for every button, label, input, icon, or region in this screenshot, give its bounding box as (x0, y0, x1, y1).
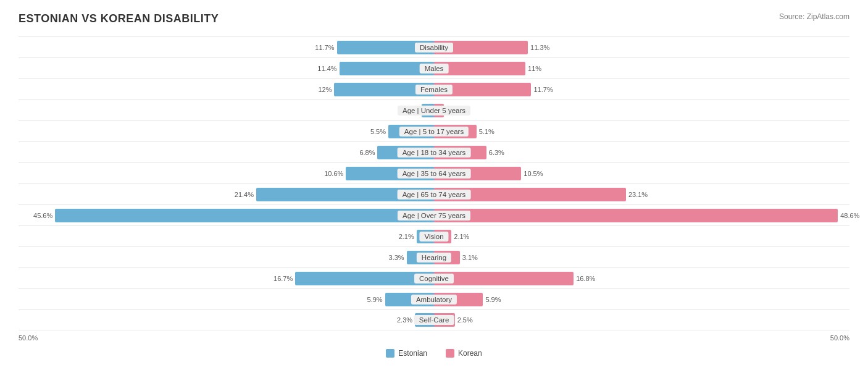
row-label: Females (415, 85, 453, 94)
left-bar-container: 6.8% (19, 142, 434, 162)
right-value: 2.1% (454, 233, 469, 240)
right-value: 5.9% (485, 296, 501, 303)
row-label: Cognitive (414, 274, 454, 284)
chart-row-wrapper: 10.6%10.5%Age | 35 to 64 years (19, 162, 849, 183)
left-bar-container: 3.3% (19, 247, 434, 267)
left-value: 21.4% (235, 191, 254, 198)
left-bar-container: 5.5% (19, 121, 434, 141)
row-label: Males (420, 64, 449, 74)
axis-row: 50.0% 50.0% (19, 334, 849, 342)
left-value: 10.6% (324, 170, 343, 177)
right-value: 2.5% (457, 316, 473, 324)
row-label: Age | Under 5 years (398, 106, 470, 116)
row-label: Self-Care (414, 315, 454, 325)
right-value: 10.5% (524, 170, 543, 177)
left-value: 11.7% (315, 44, 334, 51)
page-title: ESTONIAN VS KOREAN DISABILITY (19, 12, 219, 25)
row-label: Ambulatory (411, 295, 457, 304)
right-bar-container: 11% (434, 58, 849, 78)
right-value: 48.6% (840, 212, 859, 219)
right-value: 16.8% (576, 275, 595, 282)
korean-bar (434, 272, 574, 285)
left-bar-container: 11.4% (19, 58, 434, 78)
right-value: 3.1% (462, 254, 478, 261)
chart-row-wrapper: 21.4%23.1%Age | 65 to 74 years (19, 183, 849, 204)
left-value: 3.3% (389, 254, 404, 261)
chart-row-wrapper: 1.5%1.2%Age | Under 5 years (19, 99, 849, 120)
row-label: Vision (419, 232, 448, 242)
right-bar-container: 23.1% (434, 184, 849, 204)
row-label: Disability (415, 43, 453, 52)
right-bar-container: 11.3% (434, 37, 849, 57)
estonian-bar (55, 209, 434, 222)
legend-korean: Korean (446, 349, 482, 358)
right-bar-container: 6.3% (434, 142, 849, 162)
right-bar-container: 5.1% (434, 121, 849, 141)
axis-left: 50.0% (19, 334, 38, 342)
left-bar-container: 5.9% (19, 289, 434, 309)
right-value: 5.1% (479, 128, 495, 135)
left-value: 5.9% (367, 296, 383, 303)
estonian-label: Estonian (398, 349, 427, 358)
row-label: Age | 35 to 64 years (398, 169, 471, 178)
chart-row-wrapper: 11.4%11%Males (19, 57, 849, 78)
left-bar-container: 10.6% (19, 163, 434, 183)
left-value: 16.7% (273, 275, 293, 282)
chart-row-wrapper: 6.8%6.3%Age | 18 to 34 years (19, 141, 849, 162)
chart-row-wrapper: 2.3%2.5%Self-Care (19, 309, 849, 330)
right-bar-container: 48.6% (434, 205, 849, 225)
left-bar-container: 21.4% (19, 184, 434, 204)
right-bar-container: 10.5% (434, 163, 849, 183)
estonian-bar (295, 272, 434, 285)
chart-row-wrapper: 5.9%5.9%Ambulatory (19, 288, 849, 309)
chart-area: 11.7%11.3%Disability11.4%11%Males12%11.7… (19, 36, 849, 342)
left-bar-container: 45.6% (19, 205, 434, 225)
row-label: Hearing (417, 253, 451, 262)
left-bar-container: 12% (19, 79, 434, 99)
row-label: Age | Over 75 years (398, 211, 470, 220)
left-bar-container: 1.5% (19, 100, 434, 120)
right-bar-container: 5.9% (434, 289, 849, 309)
right-value: 11.3% (530, 44, 549, 51)
left-value: 2.1% (399, 233, 414, 240)
estonian-color-box (386, 349, 394, 358)
chart-row-wrapper: 2.1%2.1%Vision (19, 225, 849, 246)
right-bar-container: 2.1% (434, 226, 849, 246)
right-bar-container: 2.5% (434, 310, 849, 330)
left-bar-container: 16.7% (19, 268, 434, 288)
right-value: 23.1% (628, 191, 648, 198)
right-bar-container: 3.1% (434, 247, 849, 267)
left-value: 45.6% (33, 212, 52, 219)
left-value: 2.3% (397, 316, 412, 324)
left-value: 11.4% (317, 65, 336, 72)
korean-bar (434, 209, 838, 222)
right-value: 6.3% (489, 149, 504, 156)
right-value: 11% (528, 65, 541, 72)
left-value: 6.8% (359, 149, 375, 156)
right-bar-container: 1.2% (434, 100, 849, 120)
row-label: Age | 5 to 17 years (399, 127, 469, 136)
axis-right: 50.0% (830, 334, 849, 342)
left-bar-container: 2.1% (19, 226, 434, 246)
legend: Estonian Korean (19, 349, 849, 358)
chart-row-wrapper: 11.7%11.3%Disability (19, 36, 849, 57)
legend-estonian: Estonian (386, 349, 427, 358)
row-label: Age | 18 to 34 years (398, 148, 471, 158)
chart-row-wrapper: 5.5%5.1%Age | 5 to 17 years (19, 120, 849, 141)
chart-row-wrapper: 3.3%3.1%Hearing (19, 246, 849, 267)
left-value: 5.5% (370, 128, 386, 135)
korean-color-box (446, 349, 454, 358)
chart-row-wrapper: 45.6%48.6%Age | Over 75 years (19, 204, 849, 225)
right-value: 11.7% (533, 86, 553, 93)
right-bar-container: 16.8% (434, 268, 849, 288)
left-bar-container: 11.7% (19, 37, 434, 57)
chart-rows: 11.7%11.3%Disability11.4%11%Males12%11.7… (19, 36, 849, 330)
chart-row-wrapper: 16.7%16.8%Cognitive (19, 267, 849, 288)
korean-label: Korean (458, 349, 482, 358)
left-bar-container: 2.3% (19, 310, 434, 330)
source-label: Source: ZipAtlas.com (779, 12, 849, 21)
row-label: Age | 65 to 74 years (398, 190, 471, 200)
left-value: 12% (318, 86, 332, 93)
right-bar-container: 11.7% (434, 79, 849, 99)
chart-row-wrapper: 12%11.7%Females (19, 78, 849, 99)
